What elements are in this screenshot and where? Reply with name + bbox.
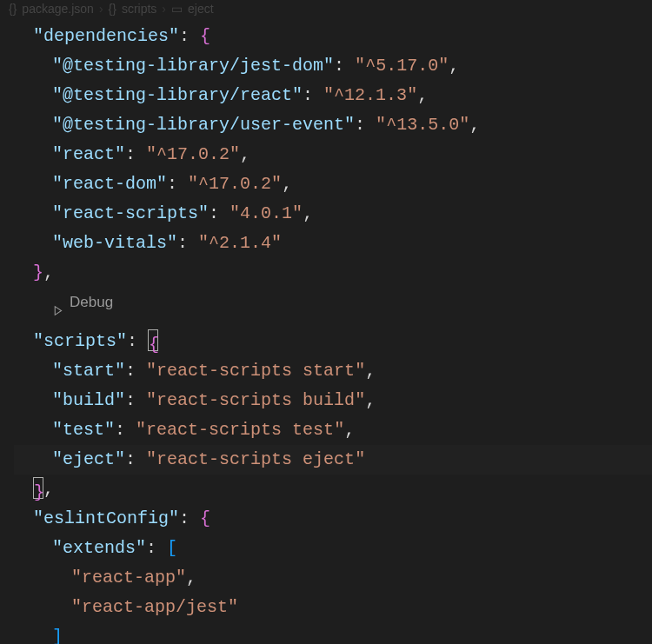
script-value: react-scripts build: [156, 390, 355, 410]
chevron-right-icon: ›: [99, 2, 103, 16]
code-line[interactable]: "start": "react-scripts start",: [14, 356, 652, 386]
cursor-highlight: {: [148, 329, 158, 351]
dep-key: @testing-library/jest-dom: [63, 56, 323, 76]
breadcrumb-item-icon: ▭: [171, 2, 183, 16]
play-icon: [52, 297, 63, 309]
breadcrumb[interactable]: {} package.json › {} scripts › ▭ eject: [0, 0, 652, 17]
code-line[interactable]: },: [14, 475, 652, 504]
dep-key: react-scripts: [63, 203, 198, 223]
bracket-match: }: [33, 477, 43, 499]
debug-codelens[interactable]: Debug: [14, 288, 113, 317]
extends-value: react-app: [82, 568, 176, 588]
code-line[interactable]: },: [14, 258, 652, 288]
dep-key: @testing-library/user-event: [63, 115, 344, 135]
breadcrumb-section[interactable]: scripts: [122, 2, 156, 16]
code-line[interactable]: "scripts": {: [14, 327, 652, 356]
code-line[interactable]: "@testing-library/react": "^12.1.3",: [14, 81, 652, 110]
code-line[interactable]: "@testing-library/user-event": "^13.5.0"…: [14, 110, 652, 140]
script-key: test: [63, 420, 104, 440]
editor-content[interactable]: "dependencies": { "@testing-library/jest…: [0, 17, 652, 644]
script-value: react-scripts start: [156, 361, 355, 381]
code-line[interactable]: "@testing-library/jest-dom": "^5.17.0",: [14, 51, 652, 81]
key-extends: extends: [63, 538, 136, 558]
code-line[interactable]: "react-dom": "^17.0.2",: [14, 169, 652, 199]
code-line[interactable]: "dependencies": {: [14, 22, 652, 51]
script-value: react-scripts eject: [156, 449, 355, 469]
key-scripts: scripts: [43, 331, 116, 351]
code-line[interactable]: "eslintConfig": {: [14, 504, 652, 534]
extends-value: react-app/jest: [82, 597, 228, 617]
debug-label: Debug: [70, 288, 113, 317]
chevron-right-icon: ›: [162, 2, 166, 16]
code-line[interactable]: "build": "react-scripts build",: [14, 386, 652, 415]
key-eslintconfig: eslintConfig: [43, 508, 169, 528]
breadcrumb-file-icon: {}: [9, 2, 17, 16]
dep-value: ^12.1.3: [334, 85, 407, 105]
dep-key: react: [63, 144, 115, 164]
code-line[interactable]: "react-app",: [14, 563, 652, 593]
script-key: start: [63, 361, 115, 381]
dep-value: ^13.5.0: [386, 115, 459, 135]
dep-key: web-vitals: [63, 233, 167, 253]
dep-value: ^2.1.4: [209, 233, 271, 253]
dep-value: ^5.17.0: [365, 56, 438, 76]
breadcrumb-file[interactable]: package.json: [22, 2, 94, 16]
code-line[interactable]: "extends": [: [14, 534, 652, 563]
code-line[interactable]: "test": "react-scripts test",: [14, 415, 652, 445]
code-line-current[interactable]: "eject": "react-scripts eject": [14, 445, 652, 475]
breadcrumb-section-icon: {}: [109, 2, 116, 16]
dep-key: @testing-library/react: [63, 85, 292, 105]
dep-value: ^17.0.2: [156, 144, 230, 164]
key-dependencies: dependencies: [43, 26, 169, 46]
code-line[interactable]: "react": "^17.0.2",: [14, 140, 652, 169]
dep-key: react-dom: [63, 174, 156, 194]
dep-value: ^17.0.2: [198, 174, 271, 194]
script-value: react-scripts test: [146, 420, 334, 440]
code-line[interactable]: ]: [14, 622, 652, 645]
code-line[interactable]: "web-vitals": "^2.1.4": [14, 229, 652, 258]
dep-value: 4.0.1: [240, 203, 292, 223]
script-key: build: [63, 390, 115, 410]
code-line[interactable]: "react-scripts": "4.0.1",: [14, 199, 652, 229]
breadcrumb-item[interactable]: eject: [188, 2, 214, 16]
script-key: eject: [63, 449, 115, 469]
code-line[interactable]: "react-app/jest": [14, 593, 652, 622]
